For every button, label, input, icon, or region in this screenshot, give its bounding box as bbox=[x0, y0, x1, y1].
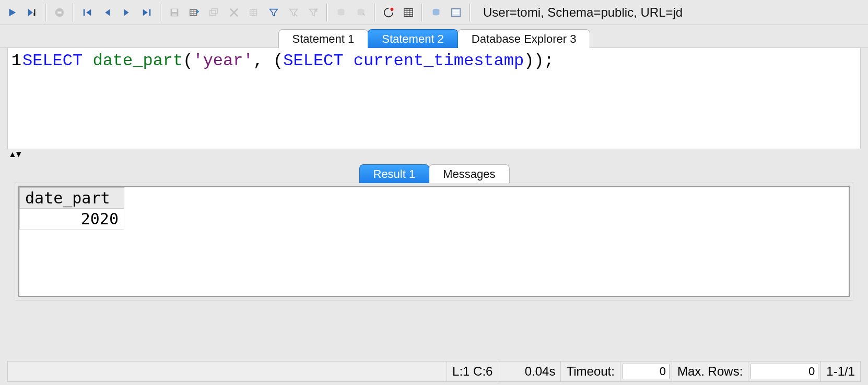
save-icon bbox=[169, 7, 180, 18]
main-toolbar: I User=tomi, Schema=public bbox=[0, 0, 868, 25]
svg-rect-4 bbox=[84, 9, 85, 16]
str-year: 'year' bbox=[193, 51, 253, 70]
stop-icon bbox=[54, 7, 65, 18]
filter-apply-icon bbox=[288, 7, 299, 18]
spreadsheet-icon bbox=[403, 7, 414, 18]
punct: ( bbox=[183, 51, 193, 70]
append-results-button[interactable] bbox=[379, 3, 398, 22]
punct: , bbox=[253, 51, 273, 70]
db-form-icon bbox=[450, 7, 462, 18]
last-icon bbox=[141, 7, 153, 18]
delete-row-button[interactable] bbox=[224, 3, 244, 22]
prev-icon bbox=[101, 7, 113, 18]
col-header-datepart[interactable]: date_part bbox=[20, 188, 124, 209]
kw-select-inner: SELECT bbox=[283, 51, 343, 70]
insert-row-button[interactable] bbox=[184, 3, 204, 22]
svg-rect-5 bbox=[149, 9, 151, 16]
svg-rect-8 bbox=[172, 13, 177, 16]
status-bar: L:1 C:6 0.04s Timeout: Max. Rows: 1-1/1 bbox=[7, 361, 861, 382]
status-message-area bbox=[8, 362, 447, 381]
tab-messages[interactable]: Messages bbox=[429, 164, 509, 183]
result-grid[interactable]: date_part 2020 bbox=[18, 186, 850, 297]
next-record-button[interactable] bbox=[117, 3, 137, 22]
splitter-handle[interactable]: ▲▼ bbox=[0, 149, 868, 160]
execute-button[interactable] bbox=[2, 3, 22, 22]
editor-content[interactable]: SELECT date_part('year', (SELECT current… bbox=[22, 48, 860, 149]
svg-rect-7 bbox=[172, 9, 177, 11]
rollback-button[interactable] bbox=[351, 3, 371, 22]
first-icon bbox=[81, 7, 93, 18]
db-form-button[interactable] bbox=[446, 3, 466, 22]
punct: ; bbox=[544, 51, 554, 70]
copy-row-button[interactable] bbox=[204, 3, 224, 22]
first-record-button[interactable] bbox=[77, 3, 97, 22]
tab-database-explorer-3[interactable]: Database Explorer 3 bbox=[458, 29, 591, 48]
stop-button[interactable] bbox=[50, 3, 69, 22]
result-panel: date_part 2020 bbox=[15, 183, 853, 300]
svg-rect-10 bbox=[210, 10, 216, 15]
play-icon bbox=[6, 7, 18, 18]
result-tab-bar: Result 1 Messages bbox=[0, 160, 868, 183]
tab-statement-1[interactable]: Statement 1 bbox=[278, 29, 369, 48]
insert-row-icon bbox=[189, 7, 200, 18]
maxrows-label: Max. Rows: bbox=[672, 362, 748, 381]
editor-gutter: 1 bbox=[8, 48, 22, 149]
db-object-icon bbox=[430, 7, 442, 18]
append-icon bbox=[383, 7, 394, 18]
cursor-position: L:1 C:6 bbox=[447, 362, 498, 381]
db-commit-icon bbox=[335, 7, 347, 18]
last-record-button[interactable] bbox=[137, 3, 157, 22]
delete-icon bbox=[228, 7, 240, 18]
punct: ( bbox=[273, 51, 283, 70]
kw-current-timestamp: current_timestamp bbox=[354, 51, 524, 70]
prev-record-button[interactable] bbox=[97, 3, 117, 22]
table-row[interactable]: 2020 bbox=[20, 209, 124, 230]
save-button[interactable] bbox=[165, 3, 184, 22]
db-rollback-icon bbox=[355, 7, 367, 18]
row-range: 1-1/1 bbox=[821, 362, 860, 381]
filter-reset-icon bbox=[308, 7, 319, 18]
svg-rect-20 bbox=[453, 13, 460, 14]
db-object-button[interactable] bbox=[426, 3, 446, 22]
lock-row-button[interactable] bbox=[244, 3, 264, 22]
tab-result-1[interactable]: Result 1 bbox=[359, 164, 430, 183]
filter-button[interactable] bbox=[264, 3, 284, 22]
cell-value[interactable]: 2020 bbox=[20, 209, 124, 230]
svg-rect-19 bbox=[453, 10, 460, 11]
timeout-input[interactable] bbox=[623, 364, 670, 379]
func-datepart: date_part bbox=[92, 51, 183, 70]
kw-select: SELECT bbox=[22, 51, 83, 70]
spreadsheet-button[interactable] bbox=[398, 3, 418, 22]
editor-tab-bar: Statement 1 Statement 2 Database Explore… bbox=[0, 25, 868, 48]
punct: ) bbox=[524, 51, 534, 70]
next-icon bbox=[121, 7, 133, 18]
grid-small-icon bbox=[248, 7, 260, 18]
connection-info: User=tomi, Schema=public, URL=jd bbox=[483, 5, 683, 20]
svg-point-15 bbox=[390, 7, 393, 10]
commit-button[interactable] bbox=[331, 3, 351, 22]
filter-reset-button[interactable] bbox=[303, 3, 323, 22]
filter-apply-button[interactable] bbox=[284, 3, 303, 22]
timeout-label: Timeout: bbox=[561, 362, 620, 381]
elapsed-time: 0.04s bbox=[498, 362, 561, 381]
svg-rect-12 bbox=[250, 9, 257, 15]
svg-text:I: I bbox=[33, 12, 35, 17]
maxrows-input[interactable] bbox=[750, 364, 818, 379]
sql-editor[interactable]: 1 SELECT date_part('year', (SELECT curre… bbox=[7, 48, 861, 149]
splitter-icon: ▲▼ bbox=[8, 150, 21, 159]
svg-rect-3 bbox=[57, 11, 61, 14]
tab-statement-2[interactable]: Statement 2 bbox=[368, 29, 458, 48]
svg-rect-9 bbox=[190, 9, 197, 15]
svg-rect-11 bbox=[212, 8, 217, 13]
execute-at-cursor-button[interactable]: I bbox=[22, 3, 42, 22]
copy-row-icon bbox=[208, 7, 220, 18]
punct: ) bbox=[534, 51, 544, 70]
filter-icon bbox=[268, 7, 279, 18]
line-number: 1 bbox=[8, 50, 21, 72]
play-cursor-icon: I bbox=[26, 7, 38, 18]
